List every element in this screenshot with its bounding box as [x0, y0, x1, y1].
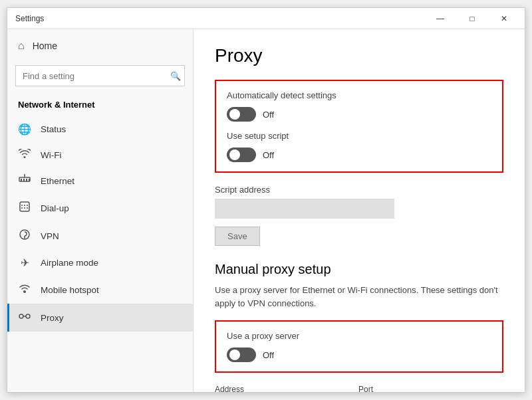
- sidebar-item-vpn[interactable]: VPN: [7, 222, 193, 250]
- auto-proxy-box: Automatically detect settings Off Use se…: [215, 80, 503, 173]
- page-title: Proxy: [215, 45, 503, 66]
- manual-proxy-title: Manual proxy setup: [215, 262, 503, 277]
- home-icon: ⌂: [18, 40, 25, 52]
- auto-detect-toggle[interactable]: [227, 107, 256, 122]
- svg-point-9: [27, 205, 28, 206]
- setup-script-toggle-label: Off: [263, 150, 274, 160]
- nav-label-airplane: Airplane mode: [41, 258, 98, 268]
- proxy-server-toggle-row: Off: [227, 348, 491, 362]
- auto-detect-label: Automatically detect settings: [227, 90, 491, 100]
- sidebar: ⌂ Home 🔍 Network & Internet 🌐 Status: [7, 29, 194, 392]
- address-port-row: Address Port: [215, 385, 503, 392]
- nav-label-ethernet: Ethernet: [41, 176, 74, 186]
- settings-window: Settings — □ ✕ ⌂ Home 🔍 Network & Intern…: [7, 7, 525, 393]
- titlebar: Settings — □ ✕: [7, 8, 525, 29]
- nav-label-dialup: Dial-up: [41, 203, 69, 213]
- titlebar-buttons: — □ ✕: [425, 8, 519, 29]
- vpn-icon: [18, 229, 31, 243]
- sidebar-item-wifi[interactable]: Wi-Fi: [7, 142, 193, 167]
- auto-detect-toggle-label: Off: [263, 110, 274, 120]
- search-input[interactable]: [15, 65, 185, 86]
- sidebar-item-status[interactable]: 🌐 Status: [7, 116, 193, 142]
- wifi-icon: [18, 149, 31, 161]
- ethernet-icon: [18, 174, 31, 187]
- script-address-label: Script address: [215, 185, 503, 195]
- address-label: Address: [215, 385, 348, 392]
- sidebar-item-hotspot[interactable]: Mobile hotspot: [7, 276, 193, 304]
- svg-point-15: [23, 290, 26, 293]
- svg-point-12: [27, 207, 28, 209]
- sidebar-item-ethernet[interactable]: Ethernet: [7, 167, 193, 194]
- toggle-knob-2: [229, 150, 240, 160]
- nav-label-proxy: Proxy: [41, 313, 64, 323]
- nav-label-status: Status: [41, 124, 66, 134]
- proxy-server-box: Use a proxy server Off: [215, 320, 503, 373]
- svg-rect-4: [29, 179, 30, 181]
- maximize-button[interactable]: □: [457, 8, 487, 29]
- sidebar-item-airplane[interactable]: ✈ Airplane mode: [7, 250, 193, 276]
- nav-label-wifi: Wi-Fi: [41, 150, 61, 160]
- svg-point-16: [19, 314, 23, 318]
- svg-point-11: [24, 207, 25, 209]
- toggle-knob-3: [229, 350, 240, 360]
- status-icon: 🌐: [18, 123, 31, 136]
- setup-script-toggle-row: Off: [227, 148, 491, 162]
- nav-label-vpn: VPN: [41, 231, 59, 241]
- hotspot-icon: [18, 282, 31, 297]
- close-button[interactable]: ✕: [489, 8, 519, 29]
- proxy-server-toggle-label: Off: [263, 350, 274, 360]
- port-group: Port: [358, 385, 412, 392]
- sidebar-item-dialup[interactable]: Dial-up: [7, 194, 193, 222]
- setup-script-toggle[interactable]: [227, 148, 256, 162]
- auto-detect-toggle-row: Off: [227, 107, 491, 122]
- search-box: 🔍: [15, 65, 185, 86]
- dialup-icon: [18, 201, 31, 215]
- address-group: Address: [215, 385, 348, 392]
- svg-rect-2: [23, 179, 25, 181]
- window-title: Settings: [15, 14, 44, 23]
- proxy-server-toggle[interactable]: [227, 348, 256, 362]
- proxy-icon: [18, 310, 31, 325]
- manual-proxy-desc: Use a proxy server for Ethernet or Wi-Fi…: [215, 284, 501, 310]
- minimize-button[interactable]: —: [425, 8, 456, 29]
- nav-label-hotspot: Mobile hotspot: [41, 285, 99, 295]
- script-address-input[interactable]: [215, 199, 394, 219]
- setup-script-label: Use setup script: [227, 131, 491, 141]
- content-area: ⌂ Home 🔍 Network & Internet 🌐 Status: [7, 29, 525, 392]
- proxy-server-label: Use a proxy server: [227, 331, 491, 341]
- svg-point-8: [24, 205, 25, 206]
- toggle-knob: [229, 109, 240, 120]
- main-content: Proxy Automatically detect settings Off …: [194, 29, 525, 392]
- search-icon[interactable]: 🔍: [170, 71, 181, 81]
- sidebar-item-proxy[interactable]: Proxy: [7, 304, 193, 332]
- home-label: Home: [33, 41, 57, 51]
- svg-rect-1: [21, 179, 22, 181]
- svg-point-10: [21, 207, 23, 209]
- svg-rect-6: [20, 202, 29, 211]
- sidebar-section-title: Network & Internet: [7, 94, 193, 116]
- svg-point-17: [26, 314, 30, 318]
- svg-point-7: [21, 205, 23, 206]
- save-button[interactable]: Save: [215, 227, 260, 246]
- airplane-icon: ✈: [18, 256, 31, 269]
- port-label: Port: [358, 385, 412, 392]
- svg-rect-3: [26, 179, 27, 181]
- sidebar-home[interactable]: ⌂ Home: [7, 29, 193, 62]
